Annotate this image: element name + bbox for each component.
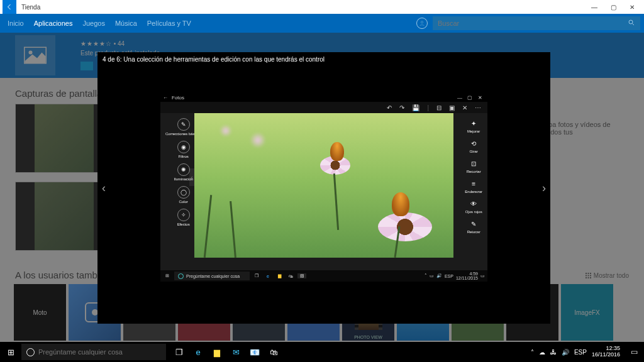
- edge-icon[interactable]: e: [189, 342, 208, 362]
- action-retouch[interactable]: ✎Retocar: [467, 219, 480, 234]
- maximize-button[interactable]: ▢: [604, 4, 623, 11]
- tray-network-icon[interactable]: 🖧: [550, 349, 557, 356]
- taskview-icon[interactable]: ❐: [170, 342, 189, 362]
- action-redeye[interactable]: 👁Ojos rojos: [465, 199, 482, 214]
- window-title-bar: Tienda — ▢ ✕: [0, 0, 644, 14]
- minimize-button[interactable]: —: [585, 4, 604, 11]
- outlook-icon[interactable]: ✉: [226, 342, 245, 362]
- more-icon[interactable]: ⋯: [475, 104, 481, 111]
- inner-start-icon[interactable]: ⊞: [163, 273, 172, 278]
- tool-color[interactable]: ◯Color: [177, 186, 190, 204]
- search-box[interactable]: [433, 16, 640, 30]
- redo-icon[interactable]: ↷: [399, 104, 404, 111]
- nav-peliculas[interactable]: Películas y TV: [147, 19, 191, 27]
- inner-tray-chevron[interactable]: ˄: [425, 273, 427, 278]
- notification-center-icon[interactable]: ▭: [624, 348, 644, 356]
- lightbox-caption: 4 de 6: Una colección de herramientas de…: [97, 52, 550, 67]
- mail-icon[interactable]: 📧: [245, 342, 264, 362]
- inner-cortana[interactable]: Pregúntame cualquier cosa: [174, 272, 250, 280]
- photos-title: Fotos: [172, 95, 455, 101]
- slideshow-icon[interactable]: ▣: [449, 104, 455, 111]
- photos-back-icon[interactable]: ←: [163, 95, 168, 101]
- nav-juegos[interactable]: Juegos: [82, 19, 104, 27]
- svg-point-1: [629, 20, 633, 24]
- screenshot-lightbox: 4 de 6: Una colección de herramientas de…: [97, 52, 550, 324]
- system-tray: ˄ ☁ 🖧 🔊 ESP: [531, 349, 588, 356]
- tray-volume-icon[interactable]: 🔊: [562, 349, 569, 356]
- nav-inicio[interactable]: Inicio: [8, 19, 24, 27]
- taskbar: ⊞ ❐ e ▆ ✉ 📧 🛍 ˄ ☁ 🖧 🔊 ESP 12:3516/11/201…: [0, 342, 644, 362]
- cortana-icon: [178, 273, 184, 279]
- cortana-search[interactable]: [21, 344, 166, 360]
- photo-canvas: [194, 113, 453, 258]
- inner-notification-icon[interactable]: ▭: [480, 273, 485, 278]
- window-title: Tienda: [21, 4, 585, 11]
- store-nav: Inicio Aplicaciones Juegos Música Pelícu…: [0, 14, 644, 33]
- taskbar-clock[interactable]: 12:3516/11/2016: [588, 346, 624, 358]
- action-enhance[interactable]: ✦Mejorar: [467, 118, 480, 133]
- back-button[interactable]: [3, 0, 16, 14]
- explorer-icon[interactable]: ▆: [208, 342, 226, 362]
- cortana-icon: [26, 348, 35, 356]
- photos-editor-screenshot: ← Fotos — ▢ ✕ ↶ ↷ 💾 | ⊟ ▣ ✕ ⋯ ‹ ✎Correcc…: [160, 93, 487, 282]
- inner-tray-volume-icon[interactable]: 🔊: [436, 273, 442, 278]
- tool-lighting[interactable]: ✺Iluminación: [174, 163, 193, 181]
- inner-store-icon[interactable]: 🛍: [286, 274, 295, 278]
- inner-edge-icon[interactable]: e: [264, 274, 272, 278]
- edit-actions: ✦Mejorar ⟲Girar ⊡Recortar ≡Enderezar 👁Oj…: [465, 118, 482, 234]
- compare-icon[interactable]: ⊟: [436, 104, 441, 111]
- close-edit-icon[interactable]: ✕: [462, 104, 467, 111]
- tray-lang[interactable]: ESP: [574, 349, 587, 356]
- undo-icon[interactable]: ↶: [387, 104, 392, 111]
- svg-point-0: [421, 21, 423, 23]
- start-button[interactable]: ⊞: [0, 348, 21, 357]
- inner-taskview-icon[interactable]: ❐: [252, 273, 261, 278]
- lightbox-prev[interactable]: ‹: [97, 177, 110, 199]
- action-crop[interactable]: ⊡Recortar: [467, 158, 481, 173]
- action-straighten[interactable]: ≡Enderezar: [465, 178, 482, 194]
- tray-onedrive-icon[interactable]: ☁: [539, 349, 545, 356]
- photos-title-bar: ← Fotos — ▢ ✕: [160, 93, 487, 102]
- close-button[interactable]: ✕: [623, 4, 641, 11]
- photos-maximize[interactable]: ▢: [465, 95, 475, 101]
- inner-tray-network-icon[interactable]: ▭: [430, 273, 434, 278]
- inner-photos-icon[interactable]: ▧: [297, 273, 306, 278]
- lightbox-next[interactable]: ›: [538, 177, 550, 199]
- cortana-input[interactable]: [38, 348, 161, 356]
- tray-chevron-icon[interactable]: ˄: [531, 349, 534, 356]
- inner-clock[interactable]: 4:5912/11/2015: [456, 272, 478, 280]
- photos-minimize[interactable]: —: [455, 95, 465, 101]
- tool-effects[interactable]: ✧Efectos: [177, 209, 190, 226]
- nav-musica[interactable]: Música: [115, 19, 137, 27]
- action-rotate[interactable]: ⟲Girar: [469, 138, 479, 153]
- photos-close[interactable]: ✕: [475, 95, 485, 101]
- inner-tray-lang[interactable]: ESP: [445, 274, 453, 278]
- user-account-icon[interactable]: [416, 18, 428, 29]
- store-icon[interactable]: 🛍: [264, 342, 283, 362]
- inner-taskbar: ⊞ Pregúntame cualquier cosa ❐ e ▆ 🛍 ▧ ˄ …: [160, 270, 487, 282]
- search-icon[interactable]: [628, 19, 635, 28]
- photos-toolbar: ↶ ↷ 💾 | ⊟ ▣ ✕ ⋯: [160, 102, 487, 113]
- inner-explorer-icon[interactable]: ▆: [275, 273, 284, 278]
- search-input[interactable]: [438, 19, 628, 27]
- save-icon[interactable]: 💾: [412, 104, 419, 111]
- taskbar-pinned: ❐ e ▆ ✉ 📧 🛍: [170, 342, 283, 362]
- nav-aplicaciones[interactable]: Aplicaciones: [34, 19, 73, 27]
- tool-filters[interactable]: ◉Filtros: [177, 141, 190, 158]
